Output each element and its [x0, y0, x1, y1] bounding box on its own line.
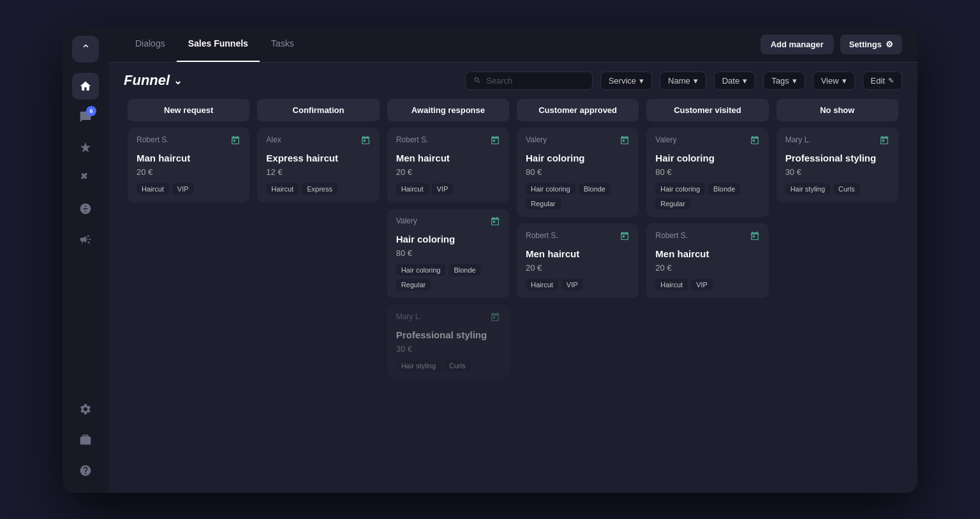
card-customer-name: Robert S. — [137, 135, 169, 144]
kanban-col-confirmation: ConfirmationAlexExpress haircut12 €Hairc… — [253, 99, 383, 483]
funnel-bar: Funnel ⌄ Service ▾ Name ▾ Date ▾ Tags — [108, 63, 917, 99]
kanban-col-awaiting-response: Awaiting responseRobert S.Men haircut20 … — [383, 99, 513, 483]
card-tag: Regular — [655, 198, 690, 209]
card-tag: Curls — [833, 183, 860, 195]
card-price: 30 € — [396, 344, 500, 354]
card-tag: Regular — [396, 279, 431, 290]
chevron-down-icon: ▾ — [694, 76, 698, 86]
card-tag: Hair coloring — [396, 264, 446, 276]
card-tag: Haircut — [266, 183, 299, 195]
funnel-dropdown-icon: ⌄ — [174, 75, 182, 87]
card-title: Hair coloring — [655, 153, 759, 163]
card-customer-name: Valery — [655, 135, 676, 144]
table-row[interactable]: Robert S.Men haircut20 €HaircutVIP — [387, 128, 509, 202]
sidebar-logo[interactable]: ⌃ — [72, 36, 99, 63]
col-header-customer-visited: Customer visited — [646, 99, 768, 121]
card-customer-name: Valery — [396, 216, 417, 225]
settings-button[interactable]: Settings ⚙ — [840, 34, 902, 54]
nav-tabs: Dialogs Sales Funnels Tasks — [124, 27, 761, 63]
card-price: 20 € — [137, 167, 241, 177]
tab-dialogs[interactable]: Dialogs — [124, 27, 177, 63]
sidebar-item-spark[interactable] — [72, 134, 99, 161]
card-price: 80 € — [526, 167, 630, 177]
card-price: 12 € — [266, 167, 370, 177]
sidebar-item-settings[interactable] — [72, 396, 99, 423]
filter-tags-button[interactable]: Tags ▾ — [763, 71, 805, 90]
card-tag: Blonde — [449, 264, 480, 276]
kanban-col-no-show: No showMary L.Professional styling30 €Ha… — [773, 99, 902, 483]
card-price: 20 € — [526, 263, 630, 273]
kanban-col-new-request: New requestRobert S.Man haircut20 €Hairc… — [124, 99, 253, 483]
filter-date-button[interactable]: Date ▾ — [714, 71, 755, 90]
col-header-no-show: No show — [776, 99, 898, 121]
settings-icon: ⚙ — [886, 40, 893, 49]
card-calendar-icon — [490, 312, 500, 324]
funnel-title-text: Funnel — [124, 72, 170, 89]
table-row[interactable]: ValeryHair coloring80 €Hair coloringBlon… — [517, 128, 639, 217]
table-row[interactable]: Mary L.Professional styling30 €Hair styl… — [776, 128, 898, 202]
tab-tasks[interactable]: Tasks — [260, 27, 306, 63]
sidebar-item-help[interactable] — [72, 457, 99, 484]
sidebar-item-coins[interactable] — [72, 195, 99, 222]
table-row[interactable]: AlexExpress haircut12 €HaircutExpress — [257, 128, 379, 202]
card-title: Hair coloring — [526, 153, 630, 163]
card-title: Professional styling — [396, 329, 500, 340]
card-tag: Hair coloring — [526, 183, 575, 195]
chevron-down-icon: ▾ — [842, 76, 847, 86]
search-icon — [473, 76, 481, 85]
kanban-col-customer-approved: Customer approvedValeryHair coloring80 €… — [513, 99, 642, 483]
sidebar-item-megaphone[interactable] — [72, 226, 99, 253]
table-row[interactable]: ValeryHair coloring80 €Hair coloringBlon… — [387, 209, 509, 298]
card-tag: Express — [302, 183, 338, 195]
table-row[interactable]: ValeryHair coloring80 €Hair coloringBlon… — [646, 128, 768, 217]
search-input[interactable] — [486, 76, 584, 86]
card-customer-name: Valery — [526, 135, 547, 144]
card-calendar-icon — [230, 135, 241, 147]
search-box[interactable] — [465, 71, 593, 90]
card-calendar-icon — [490, 135, 500, 147]
filter-service-button[interactable]: Service ▾ — [600, 71, 652, 90]
card-calendar-icon — [620, 135, 630, 147]
card-title: Men haircut — [655, 248, 759, 259]
filter-edit-button[interactable]: Edit ✎ — [863, 71, 902, 90]
filter-view-button[interactable]: View ▾ — [813, 71, 855, 90]
sidebar-item-briefcase[interactable] — [72, 426, 99, 453]
sidebar-item-wrench[interactable] — [72, 165, 99, 192]
card-calendar-icon — [360, 135, 371, 147]
card-price: 20 € — [655, 263, 759, 273]
edit-icon: ✎ — [888, 77, 894, 85]
card-calendar-icon — [879, 135, 889, 147]
card-price: 80 € — [396, 248, 500, 258]
card-tag: Curls — [444, 360, 471, 372]
card-tag: VIP — [172, 183, 194, 195]
card-tag: Haircut — [526, 279, 558, 290]
settings-label: Settings — [849, 40, 882, 49]
tab-sales-funnels[interactable]: Sales Funnels — [177, 27, 260, 63]
card-customer-name: Alex — [266, 135, 281, 144]
filter-name-button[interactable]: Name ▾ — [660, 71, 706, 90]
chevron-down-icon: ▾ — [743, 76, 747, 86]
card-title: Hair coloring — [396, 234, 500, 244]
table-row[interactable]: Robert S.Men haircut20 €HaircutVIP — [517, 223, 639, 298]
funnel-title[interactable]: Funnel ⌄ — [124, 72, 182, 89]
chat-badge: 6 — [86, 106, 96, 116]
card-title: Men haircut — [526, 248, 630, 259]
card-tag: Blonde — [708, 183, 740, 195]
table-row[interactable]: Robert S.Man haircut20 €HaircutVIP — [128, 128, 249, 202]
table-row[interactable]: Robert S.Men haircut20 €HaircutVIP — [646, 223, 768, 298]
card-tag: Haircut — [655, 279, 688, 290]
card-tag: Haircut — [396, 183, 429, 195]
main-content: Dialogs Sales Funnels Tasks Add manager … — [108, 27, 917, 493]
sidebar-item-chat[interactable]: 6 — [72, 103, 99, 130]
card-tag: VIP — [432, 183, 454, 195]
card-customer-name: Robert S. — [526, 231, 558, 240]
sidebar-item-home[interactable] — [72, 73, 99, 100]
kanban-col-customer-visited: Customer visitedValeryHair coloring80 €H… — [642, 99, 772, 483]
add-manager-button[interactable]: Add manager — [761, 34, 834, 54]
col-header-confirmation: Confirmation — [257, 99, 379, 121]
nav-actions: Add manager Settings ⚙ — [761, 34, 902, 54]
card-title: Man haircut — [137, 153, 241, 163]
card-tag: VIP — [561, 279, 583, 290]
card-calendar-icon — [750, 231, 760, 243]
table-row[interactable]: Mary L.Professional styling30 €Hair styl… — [387, 305, 509, 379]
